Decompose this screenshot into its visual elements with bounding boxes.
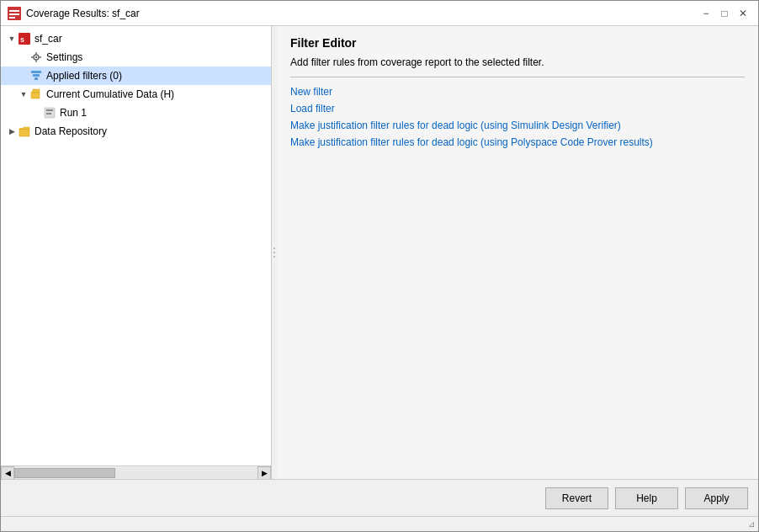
polyspace-filter-link[interactable]: Make justification filter rules for dead… [290,136,745,148]
svg-rect-16 [33,89,40,93]
load-filter-link[interactable]: Load filter [290,103,745,114]
tree-node-data-repo[interactable]: ▶ Data Repository [1,122,271,141]
scroll-thumb[interactable] [14,468,115,478]
expand-toggle-repo[interactable]: ▶ [6,125,18,137]
expand-toggle-filters [18,70,29,82]
main-window: Coverage Results: sf_car − □ ✕ ▼ s [0,0,759,532]
filter-icon [29,69,43,82]
cumulative-icon [29,88,43,101]
filter-editor-area: Filter Editor Add filter rules from cove… [277,26,758,479]
data-repo-label: Data Repository [34,125,107,137]
settings-icon [29,51,43,64]
left-panel: ▼ s sf_car [1,26,272,479]
resize-grip[interactable]: ⊿ [748,519,755,529]
tree-node-cumulative[interactable]: ▼ Current Cumulative Data (H) [1,85,271,104]
applied-filters-label: Applied filters (0) [46,70,122,82]
settings-label: Settings [46,51,82,63]
left-scrollbar[interactable]: ◀ ▶ [1,466,271,479]
scroll-left-btn[interactable]: ◀ [1,466,14,480]
tree-node-applied-filters[interactable]: Applied filters (0) [1,66,271,85]
app-icon [8,7,21,20]
main-content: ▼ s sf_car [1,26,758,479]
sdv-filter-link[interactable]: Make justification filter rules for dead… [290,120,745,131]
svg-rect-13 [33,74,40,77]
minimize-button[interactable]: − [698,5,714,22]
run1-label: Run 1 [60,107,87,119]
svg-rect-3 [9,17,15,19]
tree-node-settings[interactable]: Settings [1,48,271,66]
expand-toggle-settings [18,51,29,63]
title-bar: Coverage Results: sf_car − □ ✕ [1,1,758,26]
svg-rect-2 [9,13,19,15]
cumulative-label: Current Cumulative Data (H) [46,88,174,100]
right-panel: Filter Editor Add filter rules from cove… [277,26,758,479]
revert-button[interactable]: Revert [545,487,608,509]
apply-button[interactable]: Apply [685,487,748,509]
tree-area: ▼ s sf_car [1,26,271,466]
scroll-right-btn[interactable]: ▶ [257,466,271,480]
filter-editor-title: Filter Editor [290,36,745,50]
scroll-track[interactable] [14,467,257,479]
help-button[interactable]: Help [615,487,678,509]
filter-divider [290,77,745,77]
tree-node-run1[interactable]: Run 1 [1,104,271,122]
bottom-bar: Revert Help Apply [1,479,758,516]
expand-toggle-cumulative[interactable]: ▼ [18,88,29,100]
svg-point-7 [35,56,37,58]
close-button[interactable]: ✕ [735,5,751,22]
svg-text:s: s [20,35,24,44]
new-filter-link[interactable]: New filter [290,86,745,98]
tree-node-sf-car[interactable]: ▼ s sf_car [1,29,271,48]
run1-icon [43,106,56,120]
sf-car-icon: s [18,32,31,45]
svg-rect-19 [46,113,51,114]
svg-rect-1 [9,10,19,12]
svg-rect-12 [31,71,41,73]
expand-toggle-sf-car[interactable]: ▼ [6,33,18,45]
status-bar: ⊿ [1,516,758,531]
window-title: Coverage Results: sf_car [26,8,140,19]
expand-toggle-run1 [31,107,43,119]
filter-editor-description: Add filter rules from coverage report to… [290,56,745,68]
title-controls: − □ ✕ [698,5,751,22]
maximize-button[interactable]: □ [716,5,733,22]
sf-car-label: sf_car [34,33,62,45]
svg-rect-18 [46,109,53,111]
svg-rect-14 [34,77,38,80]
repo-icon [18,125,31,138]
